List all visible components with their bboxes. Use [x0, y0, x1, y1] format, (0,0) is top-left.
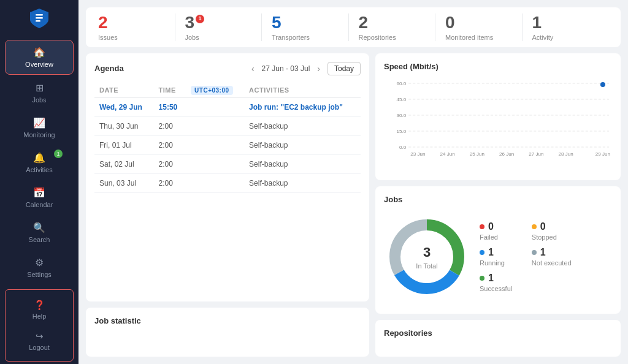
sidebar-label-calendar: Calendar — [26, 201, 53, 208]
legend-not-executed: 1 Not executed — [532, 247, 572, 267]
dot-not-executed — [532, 250, 537, 255]
cell-time: 15:50 — [154, 97, 186, 116]
cell-utc — [186, 135, 244, 154]
stats-bar: 2 Issues 3 1 Jobs 5 Transporters 2 Repos… — [86, 7, 621, 47]
cell-date: Sun, 03 Jul — [94, 173, 154, 192]
table-row: Wed, 29 Jun 15:50 Job run: "EC2 backup j… — [94, 97, 361, 116]
main-content: 2 Issues 3 1 Jobs 5 Transporters 2 Repos… — [78, 0, 628, 364]
col-utc: UTC+03:00 — [186, 83, 244, 98]
speed-card: Speed (Mbit/s) 60.0 45.0 30.0 15.0 0.0 2… — [375, 53, 621, 181]
sidebar-item-search[interactable]: 🔍 Search — [5, 216, 74, 249]
cell-activity: Self-backup — [244, 116, 361, 135]
legend-running: 1 Running — [480, 247, 519, 267]
legend-stopped-count: 0 — [540, 221, 546, 232]
cell-utc — [186, 154, 244, 173]
svg-rect-2 — [36, 20, 40, 22]
speed-chart-svg: 60.0 45.0 30.0 15.0 0.0 23 Jun 24 Jun 25… — [384, 77, 612, 157]
sidebar-item-calendar[interactable]: 📅 Calendar — [5, 181, 74, 214]
jobs-legend: 0 Failed 0 Stopped — [480, 221, 572, 292]
prev-arrow[interactable]: ‹ — [249, 63, 257, 75]
svg-text:45.0: 45.0 — [397, 97, 407, 102]
col-time: TIME — [154, 83, 186, 98]
stat-activity-number: 1 — [532, 13, 542, 32]
agenda-table: DATE TIME UTC+03:00 ACTIVITIES Wed, 29 J… — [94, 83, 361, 193]
next-arrow[interactable]: › — [315, 63, 323, 75]
sidebar-item-activities[interactable]: 🔔 Activities 1 — [5, 146, 74, 180]
cell-time: 2:00 — [154, 116, 186, 135]
sidebar-item-monitoring[interactable]: 📈 Monitoring — [5, 111, 74, 145]
cell-activity: Self-backup — [244, 154, 361, 173]
calendar-icon: 📅 — [33, 187, 45, 199]
job-statistic-card: Job statistic — [86, 308, 369, 357]
stat-jobs-number: 3 1 — [185, 13, 205, 32]
utc-badge: UTC+03:00 — [191, 86, 232, 95]
sidebar-item-logout[interactable]: ↪ Logout — [10, 326, 68, 356]
legend-running-label: Running — [480, 259, 519, 267]
sidebar-label-settings: Settings — [27, 271, 52, 278]
stat-jobs-label: Jobs — [185, 34, 199, 41]
sidebar-label-monitoring: Monitoring — [23, 131, 55, 138]
cell-utc — [186, 116, 244, 135]
dot-successful — [480, 276, 484, 281]
sidebar-item-help[interactable]: ❓ Help — [10, 295, 68, 325]
cell-activity: Self-backup — [244, 173, 361, 192]
stat-issues: 2 Issues — [98, 13, 175, 41]
sidebar: 🏠 Overview ⊞ Jobs 📈 Monitoring 🔔 Activit… — [0, 0, 78, 364]
sidebar-item-jobs[interactable]: ⊞ Jobs — [5, 76, 74, 110]
legend-successful: 1 Successful — [480, 273, 519, 292]
cell-activity: Self-backup — [244, 135, 361, 154]
cell-utc — [186, 97, 244, 116]
sidebar-label-jobs: Jobs — [32, 96, 46, 104]
cell-utc — [186, 173, 244, 192]
stat-transporters: 5 Transporters — [262, 13, 349, 41]
activities-badge: 1 — [54, 150, 63, 158]
table-row: Fri, 01 Jul 2:00 Self-backup — [94, 135, 361, 154]
sidebar-item-overview[interactable]: 🏠 Overview — [5, 40, 74, 75]
dot-stopped — [532, 224, 537, 229]
jobs-card: Jobs — [375, 186, 621, 314]
donut-label: In Total — [416, 261, 437, 270]
content-area: Agenda ‹ 27 Jun - 03 Jul › Today DATE TI… — [86, 53, 621, 357]
stat-activity-label: Activity — [532, 34, 554, 41]
sidebar-label-help: Help — [33, 313, 47, 320]
table-row: Thu, 30 Jun 2:00 Self-backup — [94, 116, 361, 135]
jobs-title: Jobs — [384, 195, 612, 204]
cell-time: 2:00 — [154, 154, 186, 173]
help-icon: ❓ — [34, 300, 45, 311]
svg-text:25 Jun: 25 Jun — [470, 151, 484, 157]
stat-issues-label: Issues — [98, 34, 118, 41]
today-button[interactable]: Today — [327, 62, 361, 75]
dot-failed — [480, 224, 484, 229]
legend-successful-count: 1 — [488, 273, 494, 284]
legend-failed: 0 Failed — [480, 221, 519, 241]
repositories-title: Repositories — [384, 328, 612, 338]
cell-date: Thu, 30 Jun — [94, 116, 154, 135]
agenda-header-row: DATE TIME UTC+03:00 ACTIVITIES — [94, 83, 361, 98]
legend-not-executed-label: Not executed — [532, 259, 572, 267]
cell-activity: Job run: "EC2 backup job" — [244, 97, 361, 116]
home-icon: 🏠 — [33, 47, 45, 58]
table-row: Sun, 03 Jul 2:00 Self-backup — [94, 173, 361, 192]
cell-date: Wed, 29 Jun — [94, 97, 154, 116]
gear-icon: ⚙ — [35, 257, 44, 268]
svg-rect-1 — [36, 17, 43, 19]
svg-text:60.0: 60.0 — [397, 81, 407, 86]
cell-time: 2:00 — [154, 173, 186, 192]
sidebar-item-settings[interactable]: ⚙ Settings — [5, 251, 74, 284]
sidebar-label-logout: Logout — [29, 344, 50, 351]
table-row: Sat, 02 Jul 2:00 Self-backup — [94, 154, 361, 173]
svg-text:26 Jun: 26 Jun — [499, 151, 514, 157]
col-date: DATE — [94, 83, 154, 98]
svg-text:27 Jun: 27 Jun — [529, 151, 543, 157]
jobs-badge: 1 — [196, 15, 204, 23]
svg-text:24 Jun: 24 Jun — [440, 151, 454, 157]
dot-running — [480, 250, 484, 255]
chart-icon: 📈 — [33, 117, 45, 129]
stat-monitored: 0 Monitored items — [435, 13, 523, 41]
col-activities: ACTIVITIES — [244, 83, 361, 98]
legend-failed-label: Failed — [480, 233, 519, 241]
legend-stopped: 0 Stopped — [532, 221, 572, 241]
cell-date: Sat, 02 Jul — [94, 154, 154, 173]
right-column: Speed (Mbit/s) 60.0 45.0 30.0 15.0 0.0 2… — [375, 53, 621, 357]
agenda-card: Agenda ‹ 27 Jun - 03 Jul › Today DATE TI… — [86, 53, 369, 301]
